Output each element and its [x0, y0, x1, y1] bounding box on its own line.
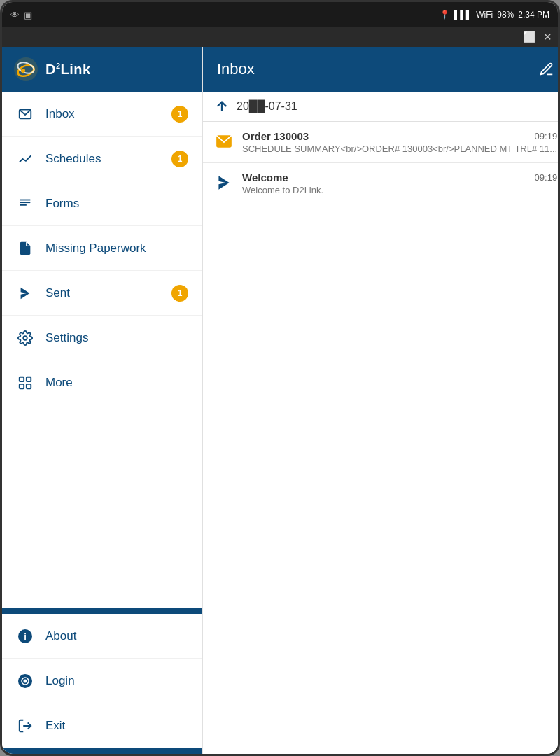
- settings-label: Settings: [46, 331, 188, 345]
- schedules-badge: 1: [172, 150, 188, 167]
- svg-text:i: i: [24, 631, 27, 642]
- svg-point-3: [21, 69, 25, 73]
- sidebar-item-more[interactable]: More: [2, 360, 202, 405]
- sent-label: Sent: [46, 286, 160, 300]
- sidebar-item-about[interactable]: i About: [2, 614, 202, 659]
- sidebar-item-schedules[interactable]: Schedules 1: [2, 136, 202, 181]
- app-logo-icon: [13, 57, 38, 82]
- device-frame: 👁 ▣ 📍 ▌▌▌ WiFi 98% 2:34 PM ⬜ ✕: [0, 0, 560, 756]
- date-header: 20██-07-31: [203, 92, 558, 122]
- app-body: D2Link Inbox 1: [2, 47, 558, 754]
- svg-point-18: [24, 679, 27, 682]
- more-label: More: [46, 376, 188, 390]
- time-display: 2:34 PM: [518, 10, 550, 20]
- sidebar-nav: Inbox 1 Schedules 1: [2, 92, 202, 608]
- sidebar-bottom: i About Login: [2, 614, 202, 748]
- message-time: 09:19: [535, 131, 558, 141]
- missing-paperwork-icon: [16, 239, 34, 258]
- message-preview: Welcome to D2Link.: [242, 185, 557, 195]
- inbox-icon: [16, 105, 34, 123]
- forms-label: Forms: [46, 197, 188, 211]
- settings-icon: [16, 329, 34, 347]
- wifi-icon: WiFi: [476, 10, 493, 20]
- message-subject: Order 130003: [242, 130, 309, 142]
- exit-icon: [16, 717, 34, 735]
- main-title: Inbox: [217, 60, 255, 78]
- sidebar-divider-bottom: [2, 748, 202, 754]
- date-label: 20██-07-31: [237, 100, 298, 113]
- svg-marker-21: [218, 176, 229, 190]
- sidebar-item-sent[interactable]: Sent 1: [2, 271, 202, 316]
- svg-rect-13: [27, 384, 31, 388]
- message-body: Welcome 09:19 Welcome to D2Link.: [242, 172, 557, 195]
- schedules-icon: [16, 150, 34, 168]
- message-time: 09:19: [535, 172, 558, 183]
- sidebar-item-login[interactable]: Login: [2, 659, 202, 704]
- message-preview: SCHEDULE SUMMARY<br/>ORDER# 130003<br/>P…: [242, 144, 557, 154]
- login-label: Login: [46, 674, 188, 688]
- more-icon: [16, 374, 34, 392]
- main-header: Inbox: [203, 47, 558, 92]
- svg-marker-8: [21, 287, 30, 299]
- signal-icon: ▌▌▌: [454, 10, 472, 20]
- message-item[interactable]: Welcome 09:19 Welcome to D2Link.: [203, 163, 558, 204]
- sidebar-divider-top: [2, 608, 202, 614]
- eye-icon: 👁: [10, 10, 20, 20]
- message-subject: Welcome: [242, 172, 288, 183]
- sidebar-header: D2Link: [2, 47, 202, 92]
- inbox-badge: 1: [172, 106, 188, 122]
- about-icon: i: [16, 627, 34, 645]
- close-button[interactable]: ✕: [543, 31, 552, 43]
- main-content: Inbox: [203, 47, 558, 754]
- missing-paperwork-label: Missing Paperwork: [46, 241, 188, 255]
- login-icon: [16, 672, 34, 690]
- status-bar: 👁 ▣ 📍 ▌▌▌ WiFi 98% 2:34 PM: [2, 2, 558, 27]
- app-title: D2Link: [46, 62, 91, 78]
- sidebar-item-missing-paperwork[interactable]: Missing Paperwork: [2, 226, 202, 271]
- inbox-label: Inbox: [46, 107, 160, 121]
- svg-rect-11: [27, 377, 31, 381]
- sidebar-item-inbox[interactable]: Inbox 1: [2, 92, 202, 136]
- edit-button[interactable]: [539, 62, 554, 77]
- status-bar-right: 📍 ▌▌▌ WiFi 98% 2:34 PM: [440, 10, 550, 20]
- expand-button[interactable]: ⬜: [523, 31, 536, 43]
- exit-label: Exit: [46, 719, 188, 733]
- sidebar-item-exit[interactable]: Exit: [2, 704, 202, 748]
- battery-level: 98%: [497, 10, 514, 20]
- date-up-arrow-icon: [214, 99, 230, 114]
- sidebar-item-settings[interactable]: Settings: [2, 316, 202, 360]
- sent-badge: 1: [172, 285, 188, 302]
- sidebar-item-forms[interactable]: Forms: [2, 181, 202, 226]
- location-icon: 📍: [440, 10, 450, 20]
- sidebar: D2Link Inbox 1: [2, 47, 203, 754]
- message-list: 20██-07-31 Order 130003 09:19: [203, 92, 558, 754]
- svg-rect-12: [20, 384, 24, 388]
- status-bar-left: 👁 ▣: [10, 10, 32, 20]
- arrow-icon: [214, 173, 234, 192]
- svg-rect-10: [20, 377, 24, 381]
- about-label: About: [46, 629, 188, 643]
- message-body: Order 130003 09:19 SCHEDULE SUMMARY<br/>…: [242, 130, 557, 154]
- camera-icon: ▣: [24, 10, 32, 20]
- message-header-row: Order 130003 09:19: [242, 130, 557, 142]
- schedules-label: Schedules: [46, 152, 160, 166]
- title-bar: ⬜ ✕: [2, 27, 558, 47]
- message-item[interactable]: Order 130003 09:19 SCHEDULE SUMMARY<br/>…: [203, 122, 558, 163]
- svg-point-9: [23, 336, 27, 340]
- sent-icon: [16, 284, 34, 302]
- email-icon: [214, 132, 234, 151]
- forms-icon: [16, 195, 34, 213]
- message-header-row: Welcome 09:19: [242, 172, 557, 183]
